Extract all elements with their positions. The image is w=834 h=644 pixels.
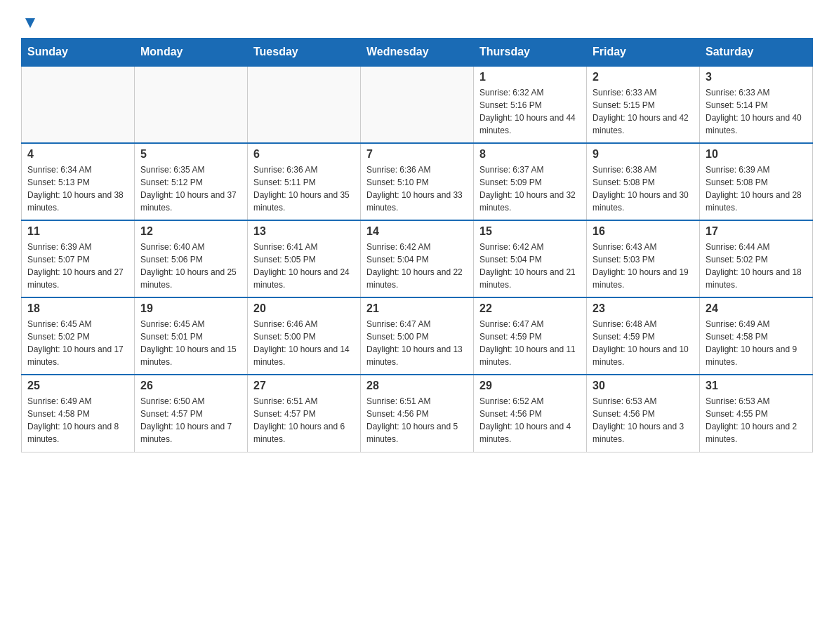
column-header-saturday: Saturday: [700, 39, 813, 67]
calendar-cell: 29Sunrise: 6:52 AMSunset: 4:56 PMDayligh…: [474, 375, 587, 452]
day-info: Sunrise: 6:42 AMSunset: 5:04 PMDaylight:…: [479, 241, 581, 291]
day-number: 17: [706, 225, 807, 238]
calendar-cell: 4Sunrise: 6:34 AMSunset: 5:13 PMDaylight…: [22, 143, 135, 220]
calendar-cell: [248, 66, 361, 143]
calendar-cell: 28Sunrise: 6:51 AMSunset: 4:56 PMDayligh…: [361, 375, 474, 452]
day-number: 21: [366, 302, 468, 315]
day-info: Sunrise: 6:44 AMSunset: 5:02 PMDaylight:…: [706, 241, 807, 291]
day-number: 23: [593, 302, 694, 315]
calendar-cell: 16Sunrise: 6:43 AMSunset: 5:03 PMDayligh…: [587, 220, 700, 297]
day-number: 1: [479, 71, 581, 83]
calendar-header-row: SundayMondayTuesdayWednesdayThursdayFrid…: [22, 39, 813, 67]
calendar-cell: 25Sunrise: 6:49 AMSunset: 4:58 PMDayligh…: [22, 375, 135, 452]
day-number: 22: [479, 302, 581, 315]
day-info: Sunrise: 6:40 AMSunset: 5:06 PMDaylight:…: [140, 241, 241, 291]
day-info: Sunrise: 6:42 AMSunset: 5:04 PMDaylight:…: [366, 241, 468, 291]
day-info: Sunrise: 6:38 AMSunset: 5:08 PMDaylight:…: [593, 163, 694, 214]
day-info: Sunrise: 6:53 AMSunset: 4:56 PMDaylight:…: [593, 395, 694, 445]
day-number: 5: [140, 148, 241, 161]
column-header-tuesday: Tuesday: [248, 39, 361, 67]
column-header-wednesday: Wednesday: [361, 39, 474, 67]
svg-marker-0: [25, 18, 35, 28]
day-info: Sunrise: 6:52 AMSunset: 4:56 PMDaylight:…: [479, 395, 581, 445]
day-info: Sunrise: 6:51 AMSunset: 4:56 PMDaylight:…: [366, 395, 468, 445]
day-info: Sunrise: 6:49 AMSunset: 4:58 PMDaylight:…: [706, 318, 807, 368]
calendar-cell: 7Sunrise: 6:36 AMSunset: 5:10 PMDaylight…: [361, 143, 474, 220]
day-info: Sunrise: 6:49 AMSunset: 4:58 PMDaylight:…: [27, 395, 128, 445]
day-number: 3: [706, 71, 807, 83]
day-info: Sunrise: 6:33 AMSunset: 5:15 PMDaylight:…: [593, 86, 694, 137]
logo: [21, 14, 38, 31]
column-header-friday: Friday: [587, 39, 700, 67]
day-number: 2: [593, 71, 694, 83]
calendar-cell: 6Sunrise: 6:36 AMSunset: 5:11 PMDaylight…: [248, 143, 361, 220]
day-info: Sunrise: 6:51 AMSunset: 4:57 PMDaylight:…: [253, 395, 355, 445]
day-number: 27: [253, 380, 355, 392]
calendar-cell: 30Sunrise: 6:53 AMSunset: 4:56 PMDayligh…: [587, 375, 700, 452]
day-number: 12: [140, 225, 241, 238]
day-info: Sunrise: 6:45 AMSunset: 5:01 PMDaylight:…: [140, 318, 241, 368]
day-number: 13: [253, 225, 355, 238]
day-info: Sunrise: 6:32 AMSunset: 5:16 PMDaylight:…: [479, 86, 581, 137]
week-row-2: 4Sunrise: 6:34 AMSunset: 5:13 PMDaylight…: [22, 143, 813, 220]
day-info: Sunrise: 6:50 AMSunset: 4:57 PMDaylight:…: [140, 395, 241, 445]
calendar-cell: 5Sunrise: 6:35 AMSunset: 5:12 PMDaylight…: [135, 143, 248, 220]
day-info: Sunrise: 6:37 AMSunset: 5:09 PMDaylight:…: [479, 163, 581, 214]
calendar-cell: 20Sunrise: 6:46 AMSunset: 5:00 PMDayligh…: [248, 297, 361, 375]
day-number: 29: [479, 380, 581, 392]
day-number: 18: [27, 302, 128, 315]
calendar-cell: 8Sunrise: 6:37 AMSunset: 5:09 PMDaylight…: [474, 143, 587, 220]
calendar-cell: 24Sunrise: 6:49 AMSunset: 4:58 PMDayligh…: [700, 297, 813, 375]
day-info: Sunrise: 6:36 AMSunset: 5:11 PMDaylight:…: [253, 163, 355, 214]
day-info: Sunrise: 6:36 AMSunset: 5:10 PMDaylight:…: [366, 163, 468, 214]
day-info: Sunrise: 6:46 AMSunset: 5:00 PMDaylight:…: [253, 318, 355, 368]
day-info: Sunrise: 6:48 AMSunset: 4:59 PMDaylight:…: [593, 318, 694, 368]
calendar-cell: 11Sunrise: 6:39 AMSunset: 5:07 PMDayligh…: [22, 220, 135, 297]
calendar-cell: 21Sunrise: 6:47 AMSunset: 5:00 PMDayligh…: [361, 297, 474, 375]
day-number: 26: [140, 380, 241, 392]
calendar-cell: 27Sunrise: 6:51 AMSunset: 4:57 PMDayligh…: [248, 375, 361, 452]
day-number: 24: [706, 302, 807, 315]
day-number: 6: [253, 148, 355, 161]
week-row-4: 18Sunrise: 6:45 AMSunset: 5:02 PMDayligh…: [22, 297, 813, 375]
calendar-cell: [135, 66, 248, 143]
day-info: Sunrise: 6:39 AMSunset: 5:07 PMDaylight:…: [27, 241, 128, 291]
day-number: 11: [27, 225, 128, 238]
day-number: 20: [253, 302, 355, 315]
page-header: [21, 14, 813, 31]
calendar-cell: 1Sunrise: 6:32 AMSunset: 5:16 PMDaylight…: [474, 66, 587, 143]
day-number: 14: [366, 225, 468, 238]
day-info: Sunrise: 6:39 AMSunset: 5:08 PMDaylight:…: [706, 163, 807, 214]
calendar-cell: [361, 66, 474, 143]
day-info: Sunrise: 6:34 AMSunset: 5:13 PMDaylight:…: [27, 163, 128, 214]
day-info: Sunrise: 6:45 AMSunset: 5:02 PMDaylight:…: [27, 318, 128, 368]
day-info: Sunrise: 6:47 AMSunset: 5:00 PMDaylight:…: [366, 318, 468, 368]
calendar-cell: 31Sunrise: 6:53 AMSunset: 4:55 PMDayligh…: [700, 375, 813, 452]
calendar-cell: 18Sunrise: 6:45 AMSunset: 5:02 PMDayligh…: [22, 297, 135, 375]
day-number: 15: [479, 225, 581, 238]
day-number: 4: [27, 148, 128, 161]
calendar-cell: 22Sunrise: 6:47 AMSunset: 4:59 PMDayligh…: [474, 297, 587, 375]
week-row-3: 11Sunrise: 6:39 AMSunset: 5:07 PMDayligh…: [22, 220, 813, 297]
day-info: Sunrise: 6:47 AMSunset: 4:59 PMDaylight:…: [479, 318, 581, 368]
day-info: Sunrise: 6:41 AMSunset: 5:05 PMDaylight:…: [253, 241, 355, 291]
day-info: Sunrise: 6:43 AMSunset: 5:03 PMDaylight:…: [593, 241, 694, 291]
day-number: 10: [706, 148, 807, 161]
calendar-cell: 19Sunrise: 6:45 AMSunset: 5:01 PMDayligh…: [135, 297, 248, 375]
logo-arrow-icon: [22, 15, 38, 31]
calendar-cell: 12Sunrise: 6:40 AMSunset: 5:06 PMDayligh…: [135, 220, 248, 297]
day-number: 31: [706, 380, 807, 392]
calendar-cell: 3Sunrise: 6:33 AMSunset: 5:14 PMDaylight…: [700, 66, 813, 143]
day-number: 16: [593, 225, 694, 238]
day-number: 7: [366, 148, 468, 161]
day-info: Sunrise: 6:53 AMSunset: 4:55 PMDaylight:…: [706, 395, 807, 445]
week-row-5: 25Sunrise: 6:49 AMSunset: 4:58 PMDayligh…: [22, 375, 813, 452]
day-number: 25: [27, 380, 128, 392]
column-header-sunday: Sunday: [22, 39, 135, 67]
day-number: 19: [140, 302, 241, 315]
calendar-cell: 2Sunrise: 6:33 AMSunset: 5:15 PMDaylight…: [587, 66, 700, 143]
calendar-cell: 14Sunrise: 6:42 AMSunset: 5:04 PMDayligh…: [361, 220, 474, 297]
calendar-cell: 17Sunrise: 6:44 AMSunset: 5:02 PMDayligh…: [700, 220, 813, 297]
calendar-cell: 26Sunrise: 6:50 AMSunset: 4:57 PMDayligh…: [135, 375, 248, 452]
column-header-monday: Monday: [135, 39, 248, 67]
